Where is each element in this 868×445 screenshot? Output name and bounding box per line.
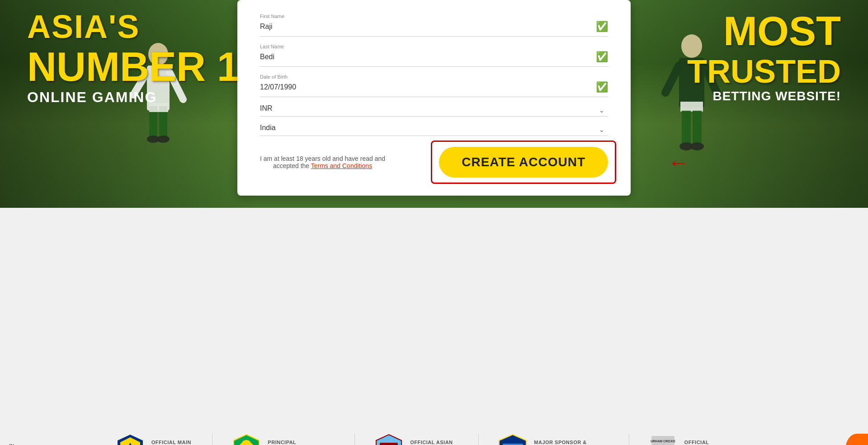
last-name-checkmark-icon: ✅ (596, 51, 608, 63)
create-account-wrapper: CREATE ACCOUNT ← (439, 147, 608, 178)
burnley-logo: BFC (373, 434, 405, 445)
dob-checkmark-icon: ✅ (596, 81, 608, 93)
country-select[interactable]: India Pakistan Bangladesh (260, 124, 608, 131)
terms-text: I am at least 18 years old and have read… (260, 155, 385, 169)
durham-role: OFFICIALBETTING PARTNER (684, 439, 754, 445)
first-name-input[interactable] (260, 23, 596, 31)
partner-item-durham: DURHAM CRICKET 🦁 🦁 OFFICIALBETTING PARTN… (629, 434, 772, 445)
form-bottom-row: I am at least 18 years old and have read… (260, 147, 608, 178)
partner-item-norwich: 🐦 PRINCIPALCLUB PARTNER NORWICH CITY FC (212, 434, 355, 445)
online-gaming-text: ONLINE GAMING (27, 89, 240, 105)
dob-label: Date of Birth (260, 74, 608, 80)
svg-text:DURHAM CRICKET: DURHAM CRICKET (651, 440, 675, 443)
first-name-field: First Name ✅ (260, 14, 608, 37)
right-branding: MOST TRUSTED BETTING WEBSITE! (687, 9, 841, 103)
dob-input[interactable] (260, 83, 596, 91)
norwich-text: PRINCIPALCLUB PARTNER NORWICH CITY FC (268, 439, 336, 445)
sussex-role: MAJOR SPONSOR &OFFICIAL BETTING PARTNER (534, 439, 610, 445)
svg-rect-23 (380, 443, 398, 445)
country-field: India Pakistan Bangladesh ⌄ (260, 124, 608, 136)
asia-text: ASIA'S (27, 9, 240, 45)
terms-text-line2: accepted the (273, 162, 311, 169)
partial-left-text: INOR (9, 443, 17, 445)
first-name-label: First Name (260, 14, 608, 19)
burnley-role: OFFICIAL ASIANBETTING PARTNER (410, 439, 460, 445)
cadiz-text: OFFICIAL MAINCLUB SPONSOR CADIZ C.F. (151, 439, 194, 445)
terms-text-line1: I am at least 18 years old and have read… (260, 155, 385, 162)
currency-field: INR USD EUR ⌄ (260, 104, 608, 117)
partial-partner-right (845, 434, 868, 445)
cadiz-role: OFFICIAL MAINCLUB SPONSOR (151, 439, 194, 445)
sussex-text: MAJOR SPONSOR &OFFICIAL BETTING PARTNER … (534, 439, 610, 445)
hero-section: ASIA'S NUMBER 1 ONLINE GAMING MOST TRUST… (0, 0, 868, 208)
partner-item-burnley: BFC OFFICIAL ASIANBETTING PARTNER BURNLE… (355, 434, 479, 445)
norwich-role: PRINCIPALCLUB PARTNER (268, 439, 336, 445)
last-name-field: Last Name ✅ (260, 44, 608, 67)
dob-field: Date of Birth ✅ (260, 74, 608, 97)
norwich-logo: 🐦 (231, 434, 262, 445)
svg-point-15 (690, 142, 704, 150)
sussex-logo: 🦢🦢🦢 🦢🦢🦢 (497, 434, 528, 445)
durham-logo: DURHAM CRICKET 🦁 🦁 (647, 434, 679, 445)
create-account-button[interactable]: CREATE ACCOUNT (439, 147, 608, 178)
partial-partner-left: INOR (0, 443, 26, 445)
last-name-input[interactable] (260, 53, 596, 61)
first-name-checkmark-icon: ✅ (596, 21, 608, 33)
terms-and-conditions-link[interactable]: Terms and Conditions (311, 162, 372, 169)
trusted-text: TRUSTED (687, 54, 841, 89)
last-name-label: Last Name (260, 44, 608, 49)
burnley-text: OFFICIAL ASIANBETTING PARTNER BURNLEY FC (410, 439, 460, 445)
number1-text: NUMBER 1 (27, 45, 240, 89)
betting-website-text: BETTING WEBSITE! (687, 89, 841, 103)
registration-form: First Name ✅ Last Name ✅ Date of Birth ✅ (237, 0, 631, 196)
svg-rect-13 (693, 111, 702, 145)
left-branding: ASIA'S NUMBER 1 ONLINE GAMING (27, 9, 240, 105)
partner-item-cadiz: C OFFICIAL MAINCLUB SPONSOR CADIZ C.F. (96, 434, 213, 445)
svg-rect-12 (682, 111, 691, 145)
durham-text: OFFICIALBETTING PARTNER DURHAM CRICKET (684, 439, 754, 445)
cadiz-logo: C (114, 434, 146, 445)
svg-point-5 (157, 136, 170, 143)
partners-section: INOR C OFFICIAL MAINCLUB SPONSOR CADIZ C… (0, 416, 868, 445)
partners-row: C OFFICIAL MAINCLUB SPONSOR CADIZ C.F. 🐦 (96, 434, 772, 445)
partner-item-sussex: 🦢🦢🦢 🦢🦢🦢 MAJOR SPONSOR &OFFICIAL BETTING … (479, 434, 629, 445)
currency-select[interactable]: INR USD EUR (260, 104, 608, 112)
svg-line-16 (665, 66, 679, 93)
most-text: MOST (687, 9, 841, 54)
